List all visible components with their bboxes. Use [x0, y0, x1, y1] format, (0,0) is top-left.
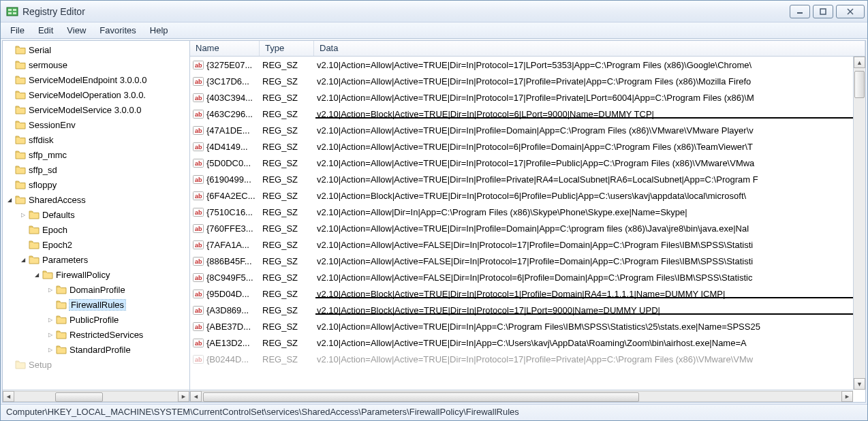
svg-rect-6 — [820, 9, 826, 14]
tree-item[interactable]: ▷ RestrictedServices — [3, 327, 189, 342]
tree-item[interactable]: ▷ PublicProfile — [3, 312, 189, 327]
list-row[interactable]: ab {403C394...REG_SZv2.10|Action=Allow|A… — [190, 89, 865, 106]
list-row[interactable]: ab {3275E07...REG_SZv2.10|Action=Allow|A… — [190, 57, 865, 73]
scroll-thumb[interactable] — [854, 71, 865, 98]
string-value-icon: ab — [193, 59, 204, 70]
value-name-cell: ab {463C296... — [190, 108, 260, 119]
tree-item[interactable]: sffdisk — [3, 132, 189, 147]
tree-item[interactable]: SessionEnv — [3, 117, 189, 132]
expand-toggle-icon[interactable]: ◢ — [5, 197, 14, 203]
tree-item[interactable]: sfloppy — [3, 177, 189, 192]
maximize-button[interactable] — [813, 5, 833, 18]
list-row[interactable]: ab {6F4A2EC...REG_SZv2.10|Action=Block|A… — [190, 187, 865, 204]
column-header-data[interactable]: Data — [314, 41, 865, 56]
close-button[interactable] — [836, 5, 865, 18]
tree-horizontal-scrollbar[interactable]: ◄ ► — [3, 390, 189, 402]
scroll-thumb[interactable] — [203, 392, 639, 402]
scroll-left-arrow[interactable]: ◄ — [3, 391, 14, 402]
expand-toggle-icon[interactable]: ▷ — [46, 287, 55, 293]
scroll-track[interactable] — [202, 391, 841, 402]
scroll-down-arrow[interactable]: ▼ — [854, 378, 865, 390]
list-row[interactable]: ab {886B45F...REG_SZv2.10|Action=Allow|A… — [190, 253, 865, 269]
tree-item-label: Setup — [29, 360, 52, 370]
tree-view[interactable]: Serial sermouse ServiceModelEndpoint 3.0… — [3, 41, 189, 390]
tree-item[interactable]: ServiceModelService 3.0.0.0 — [3, 102, 189, 117]
list-horizontal-scrollbar[interactable]: ◄ ► — [190, 390, 853, 402]
tree-item[interactable]: Epoch — [3, 222, 189, 237]
string-value-icon: ab — [193, 141, 204, 152]
value-data-cell: v2.10|Action=Allow|Active=TRUE|Dir=In|Pr… — [314, 60, 865, 70]
expand-toggle-icon[interactable]: ▷ — [19, 212, 27, 218]
scroll-right-arrow[interactable]: ► — [178, 391, 189, 402]
list-row[interactable]: ab {A3D869...REG_SZv2.10|Action=Block|Ac… — [190, 302, 865, 318]
minimize-button[interactable] — [790, 5, 810, 18]
column-header-type[interactable]: Type — [260, 41, 314, 56]
tree-item[interactable]: sffp_sd — [3, 162, 189, 177]
list-row[interactable]: ab {B0244D...REG_SZv2.10|Action=Allow|Ac… — [190, 351, 865, 367]
tree-item[interactable]: ▷ StandardProfile — [3, 342, 189, 357]
list-view[interactable]: ab {3275E07...REG_SZv2.10|Action=Allow|A… — [190, 57, 865, 402]
tree-item[interactable]: ▷ DomainProfile — [3, 282, 189, 297]
list-panel: Name Type Data ab {3275E07...REG_SZv2.10… — [190, 41, 865, 402]
scroll-up-arrow[interactable]: ▲ — [854, 57, 865, 68]
list-vertical-scrollbar[interactable]: ▲ ▼ — [853, 57, 865, 390]
value-data-cell: v2.10|Action=Allow|Active=TRUE|Dir=In|Pr… — [314, 76, 865, 87]
list-row[interactable]: ab {6190499...REG_SZv2.10|Action=Allow|A… — [190, 171, 865, 187]
tree-item[interactable]: ◢ Parameters — [3, 252, 189, 267]
scroll-thumb[interactable] — [55, 392, 103, 402]
tree-item[interactable]: Epoch2 — [3, 237, 189, 252]
tree-item[interactable]: ▷ Defaults — [3, 207, 189, 222]
tree-item[interactable]: sffp_mmc — [3, 147, 189, 162]
list-row[interactable]: ab {AE13D2...REG_SZv2.10|Action=Allow|Ac… — [190, 334, 865, 351]
tree-item[interactable]: Serial — [3, 42, 189, 57]
menu-file[interactable]: File — [3, 24, 31, 37]
expand-toggle-icon[interactable]: ▷ — [46, 317, 55, 323]
list-row[interactable]: ab {463C296...REG_SZv2.10|Action=Block|A… — [190, 106, 865, 122]
registry-editor-window: Registry Editor File Edit View Favorites… — [0, 0, 868, 421]
scroll-track[interactable] — [854, 68, 865, 378]
tree-item[interactable]: ServiceModelEndpoint 3.0.0.0 — [3, 72, 189, 87]
list-row[interactable]: ab {3C17D6...REG_SZv2.10|Action=Allow|Ac… — [190, 73, 865, 89]
expand-toggle-icon[interactable]: ◢ — [33, 272, 41, 278]
menubar: File Edit View Favorites Help — [1, 22, 867, 39]
folder-icon — [56, 285, 67, 294]
tree-item[interactable]: FirewallRules — [3, 297, 189, 312]
menu-view[interactable]: View — [60, 24, 93, 37]
value-type-cell: REG_SZ — [260, 322, 314, 332]
scroll-track[interactable] — [14, 391, 178, 402]
folder-icon — [56, 300, 67, 309]
list-row[interactable]: ab {95D04D...REG_SZv2.10|Action=Block|Ac… — [190, 285, 865, 302]
value-name: {760FFE3... — [206, 223, 253, 234]
list-row[interactable]: ab {7AFA1A...REG_SZv2.10|Action=Allow|Ac… — [190, 236, 865, 253]
expand-toggle-icon[interactable]: ▷ — [46, 347, 55, 353]
value-name: {3275E07... — [206, 60, 252, 70]
tree-item[interactable]: ServiceModelOperation 3.0.0. — [3, 87, 189, 102]
value-name-cell: ab {6F4A2EC... — [190, 190, 260, 201]
tree-item[interactable]: Setup — [3, 357, 189, 372]
menu-help[interactable]: Help — [143, 24, 175, 37]
folder-icon — [15, 120, 26, 129]
list-row[interactable]: ab {8C949F5...REG_SZv2.10|Action=Allow|A… — [190, 269, 865, 285]
list-row[interactable]: ab {7510C16...REG_SZv2.10|Action=Allow|D… — [190, 204, 865, 220]
folder-icon — [15, 195, 26, 204]
svg-rect-0 — [7, 7, 18, 16]
expand-toggle-icon[interactable]: ◢ — [19, 257, 27, 263]
list-header[interactable]: Name Type Data — [190, 41, 865, 57]
svg-text:ab: ab — [195, 176, 202, 183]
tree-item[interactable]: ◢ FirewallPolicy — [3, 267, 189, 282]
list-row[interactable]: ab {ABE37D...REG_SZv2.10|Action=Allow|Ac… — [190, 318, 865, 334]
column-header-name[interactable]: Name — [190, 41, 260, 56]
expand-toggle-icon[interactable]: ▷ — [46, 332, 55, 338]
list-row[interactable]: ab {47A1DE...REG_SZv2.10|Action=Allow|Ac… — [190, 122, 865, 138]
string-value-icon: ab — [193, 190, 204, 201]
menu-edit[interactable]: Edit — [31, 24, 60, 37]
scroll-left-arrow[interactable]: ◄ — [190, 391, 202, 402]
list-row[interactable]: ab {5D0DC0...REG_SZv2.10|Action=Allow|Ac… — [190, 155, 865, 171]
tree-item[interactable]: sermouse — [3, 57, 189, 72]
list-row[interactable]: ab {760FFE3...REG_SZv2.10|Action=Allow|A… — [190, 220, 865, 236]
scroll-right-arrow[interactable]: ► — [841, 391, 853, 402]
list-row[interactable]: ab {4D4149...REG_SZv2.10|Action=Allow|Ac… — [190, 138, 865, 155]
tree-item[interactable]: ◢ SharedAccess — [3, 192, 189, 207]
titlebar[interactable]: Registry Editor — [1, 1, 867, 22]
menu-favorites[interactable]: Favorites — [93, 24, 142, 37]
